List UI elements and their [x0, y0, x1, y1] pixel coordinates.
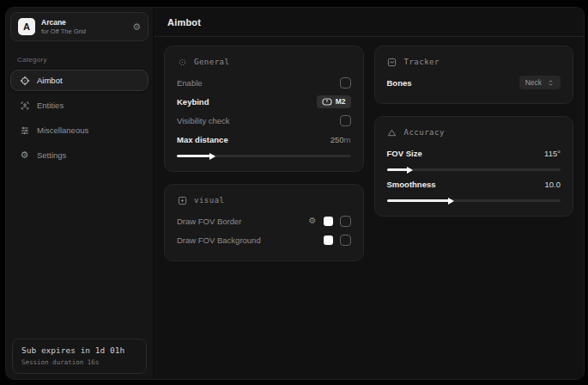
- card-title: visual: [194, 196, 225, 205]
- smoothness-slider[interactable]: [387, 199, 561, 202]
- smoothness-value: 10.0: [545, 180, 561, 189]
- subscription-card: Sub expires in 1d 01h Session duration 1…: [12, 339, 147, 374]
- sidebar-item-label: Miscellaneous: [37, 125, 88, 135]
- sidebar-item-label: Settings: [37, 150, 66, 160]
- app-name: Arcane: [41, 18, 86, 27]
- visibility-check-label: Visibility check: [177, 116, 230, 125]
- keybind-row: Keybind M2: [177, 92, 351, 111]
- sidebar-item-label: Aimbot: [37, 76, 63, 85]
- max-distance-slider-fill: [177, 155, 214, 157]
- bones-label: Bones: [387, 78, 412, 88]
- draw-fov-background-row: Draw FOV Background: [177, 230, 351, 249]
- max-distance-row: Max distance 250m: [177, 130, 351, 149]
- bones-row: Bones Neck: [387, 73, 561, 92]
- brand-text: Arcane for Off The Grid: [41, 18, 86, 35]
- draw-fov-background-controls: [324, 235, 351, 246]
- max-distance-label: Max distance: [177, 135, 228, 144]
- draw-fov-border-row: Draw FOV Border ⚙: [177, 211, 351, 230]
- gear-icon[interactable]: ⚙: [309, 217, 317, 225]
- keybind-label: Keybind: [177, 97, 209, 107]
- fov-size-label: FOV Size: [387, 149, 422, 158]
- triangle-icon: [387, 127, 397, 138]
- max-distance-unit: m: [344, 135, 351, 144]
- general-card: General Enable Keybind: [164, 46, 364, 172]
- fov-size-slider[interactable]: [387, 168, 561, 171]
- crosshair-icon: [177, 57, 187, 67]
- card-title: General: [194, 58, 229, 66]
- fov-size-slider-thumb[interactable]: [407, 167, 413, 174]
- app-subtitle: for Off The Grid: [41, 28, 86, 35]
- sidebar-item-settings[interactable]: ⚙ Settings: [10, 144, 149, 166]
- bones-value: Neck: [525, 78, 542, 87]
- fov-border-color-swatch[interactable]: [324, 217, 333, 226]
- keybind-value: M2: [336, 97, 346, 106]
- sidebar: A Arcane for Off The Grid ⚙ Category Aim…: [6, 8, 154, 379]
- smoothness-row: Smoothness 10.0: [387, 174, 561, 193]
- smoothness-label: Smoothness: [387, 180, 436, 189]
- visibility-check-checkbox[interactable]: [340, 115, 351, 126]
- draw-fov-border-label: Draw FOV Border: [177, 217, 242, 226]
- bones-select[interactable]: Neck: [519, 76, 561, 89]
- draw-fov-border-controls: ⚙: [309, 216, 351, 227]
- sidebar-item-label: Entities: [37, 101, 64, 110]
- tracker-icon: [387, 57, 397, 67]
- enable-checkbox[interactable]: [340, 77, 351, 89]
- accuracy-card-header: Accuracy: [387, 125, 561, 140]
- fov-size-slider-fill: [387, 168, 411, 171]
- tracker-card-header: Tracker: [387, 54, 561, 70]
- card-title: Accuracy: [404, 128, 445, 137]
- smoothness-slider-thumb[interactable]: [448, 198, 454, 205]
- crosshair-icon: [19, 75, 30, 86]
- fov-size-value: 115°: [544, 149, 561, 158]
- sidebar-item-aimbot[interactable]: Aimbot: [10, 70, 149, 91]
- mouse-icon: [322, 98, 332, 106]
- scan-person-icon: [19, 100, 30, 111]
- main-panel: Aimbot General E: [154, 8, 584, 379]
- session-duration-text: Session duration 16s: [21, 358, 137, 366]
- draw-fov-border-checkbox[interactable]: [340, 216, 351, 227]
- fov-size-row: FOV Size 115°: [387, 144, 561, 162]
- app-window: A Arcane for Off The Grid ⚙ Category Aim…: [5, 7, 585, 380]
- max-distance-slider-thumb[interactable]: [209, 153, 215, 160]
- sidebar-spacer: [10, 169, 149, 339]
- enable-row: Enable: [177, 73, 351, 92]
- right-column: Tracker Bones Neck: [374, 46, 574, 217]
- expand-icon: [547, 79, 555, 87]
- sidebar-item-entities[interactable]: Entities: [10, 95, 149, 116]
- max-distance-value: 250m: [330, 135, 351, 144]
- sliders-icon: [19, 125, 30, 136]
- page-title: Aimbot: [167, 17, 201, 28]
- gear-icon: ⚙: [19, 150, 30, 161]
- fov-background-color-swatch[interactable]: [324, 235, 333, 245]
- card-title: Tracker: [404, 58, 439, 66]
- tracker-card: Tracker Bones Neck: [374, 46, 574, 104]
- category-label: Category: [17, 56, 142, 64]
- content: General Enable Keybind: [154, 37, 584, 379]
- max-distance-slider[interactable]: [177, 155, 351, 157]
- sparkle-box-icon: [177, 195, 187, 205]
- smoothness-slider-fill: [387, 199, 453, 202]
- visibility-check-row: Visibility check: [177, 111, 351, 130]
- app-logo: A: [18, 18, 35, 35]
- main-header: Aimbot: [154, 8, 584, 37]
- enable-label: Enable: [177, 78, 203, 88]
- keybind-button[interactable]: M2: [317, 95, 351, 108]
- visual-card: visual Draw FOV Border ⚙ Draw FOV Backgr…: [164, 184, 364, 261]
- sub-expires-text: Sub expires in 1d 01h: [21, 345, 137, 355]
- accuracy-card: Accuracy FOV Size 115° Smoothness 10.0: [374, 116, 574, 217]
- visual-card-header: visual: [177, 192, 351, 208]
- sidebar-item-miscellaneous[interactable]: Miscellaneous: [10, 119, 149, 141]
- brand-card: A Arcane for Off The Grid ⚙: [10, 12, 149, 41]
- gear-icon[interactable]: ⚙: [132, 22, 141, 32]
- draw-fov-background-label: Draw FOV Background: [177, 235, 261, 245]
- left-column: General Enable Keybind: [164, 46, 364, 261]
- draw-fov-background-checkbox[interactable]: [340, 235, 351, 246]
- general-card-header: General: [177, 54, 351, 70]
